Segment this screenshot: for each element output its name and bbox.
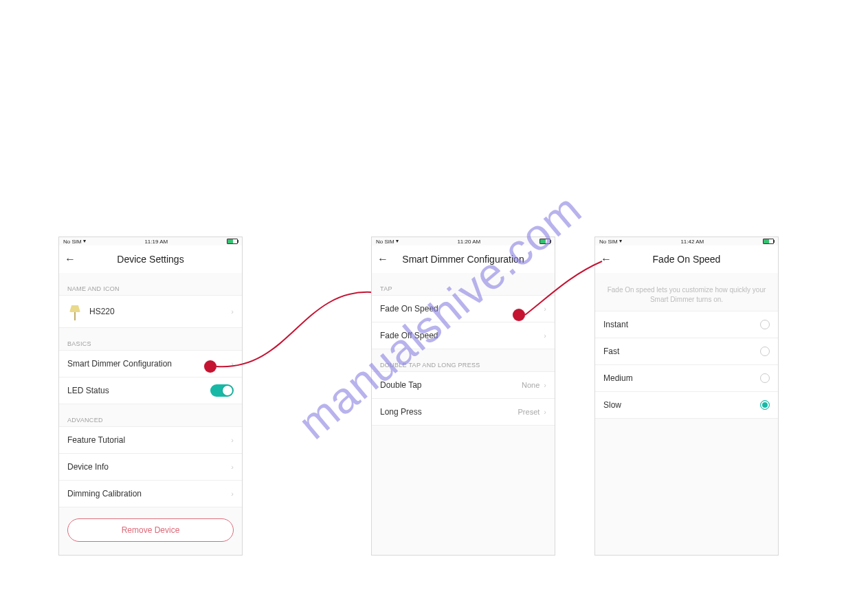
back-arrow-icon: ← [65, 253, 76, 265]
status-bar: No SIM ▾ 11:19 AM [59, 237, 242, 245]
back-button[interactable]: ← [601, 245, 612, 273]
section-header-advanced: ADVANCED [59, 404, 242, 426]
chevron-right-icon: › [544, 381, 546, 389]
fade-off-label: Fade Off Speed [380, 331, 438, 340]
phone-screen-fade-on-speed: No SIM ▾ 11:42 AM ← Fade On Speed Fade O… [594, 237, 779, 556]
fade-on-speed-row[interactable]: Fade On Speed › [372, 296, 555, 322]
option-fast-label: Fast [603, 347, 619, 356]
section-header-name-icon: NAME AND ICON [59, 273, 242, 295]
section-header-basics: BASICS [59, 328, 242, 350]
option-medium-label: Medium [603, 373, 633, 383]
feature-tutorial-label: Feature Tutorial [67, 435, 125, 445]
status-bar: No SIM ▾ 11:42 AM [595, 237, 778, 245]
double-tap-label: Double Tap [380, 380, 422, 390]
radio-selected-icon [760, 400, 770, 410]
battery-icon [539, 239, 550, 244]
long-press-label: Long Press [380, 407, 422, 417]
radio-unselected-icon [760, 320, 770, 329]
option-instant-label: Instant [603, 320, 628, 329]
battery-icon [763, 239, 774, 244]
remove-device-button[interactable]: Remove Device [67, 518, 234, 542]
nav-bar: ← Fade On Speed [595, 245, 778, 273]
page-title: Device Settings [59, 254, 242, 265]
chevron-right-icon: › [544, 305, 546, 313]
phone-screen-dimmer-config: No SIM ▾ 11:20 AM ← Smart Dimmer Configu… [371, 237, 555, 556]
section-header-tap: TAP [372, 273, 555, 295]
chevron-right-icon: › [544, 331, 546, 340]
battery-icon [227, 239, 238, 244]
back-arrow-icon: ← [377, 253, 388, 265]
device-info-label: Device Info [67, 462, 109, 472]
long-press-value: Preset [518, 408, 540, 416]
back-button[interactable]: ← [377, 245, 388, 273]
led-status-label: LED Status [67, 386, 109, 395]
dimming-calibration-label: Dimming Calibration [67, 489, 142, 498]
highlight-marker-2 [513, 309, 525, 321]
device-name-label: HS220 [89, 307, 115, 316]
clock-text: 11:19 AM [144, 239, 168, 245]
back-arrow-icon: ← [601, 253, 612, 265]
wifi-icon: ▾ [83, 239, 86, 244]
dimming-calibration-row[interactable]: Dimming Calibration › [59, 481, 242, 507]
carrier-text: No SIM [599, 239, 618, 245]
section-header-double-long: DOUBLE TAP AND LONG PRESS [372, 349, 555, 371]
fade-off-speed-row[interactable]: Fade Off Speed › [372, 322, 555, 349]
nav-bar: ← Smart Dimmer Configuration [372, 245, 555, 273]
lamp-icon [67, 301, 82, 322]
double-tap-value: None [522, 381, 539, 389]
highlight-marker-1 [204, 360, 216, 373]
clock-text: 11:20 AM [457, 239, 480, 245]
phone-screen-device-settings: No SIM ▾ 11:19 AM ← Device Settings NAME… [58, 237, 243, 556]
led-status-row: LED Status [59, 377, 242, 404]
chevron-right-icon: › [544, 408, 546, 416]
chevron-right-icon: › [231, 360, 234, 368]
option-medium-row[interactable]: Medium [595, 365, 778, 392]
carrier-text: No SIM [63, 239, 82, 245]
device-info-row[interactable]: Device Info › [59, 454, 242, 481]
carrier-text: No SIM [376, 239, 394, 245]
option-fast-row[interactable]: Fast [595, 338, 778, 365]
led-status-toggle[interactable] [210, 384, 234, 397]
option-instant-row[interactable]: Instant [595, 311, 778, 338]
chevron-right-icon: › [231, 307, 234, 316]
fade-on-label: Fade On Speed [380, 304, 438, 314]
back-button[interactable]: ← [65, 245, 76, 273]
device-name-row[interactable]: HS220 › [59, 296, 242, 328]
chevron-right-icon: › [231, 463, 234, 471]
smart-dimmer-label: Smart Dimmer Configuration [67, 359, 172, 369]
page-title: Smart Dimmer Configuration [372, 254, 555, 265]
feature-tutorial-row[interactable]: Feature Tutorial › [59, 427, 242, 454]
clock-text: 11:42 AM [680, 239, 704, 245]
radio-unselected-icon [760, 373, 770, 383]
chevron-right-icon: › [231, 490, 234, 498]
radio-unselected-icon [760, 347, 770, 356]
option-slow-row[interactable]: Slow [595, 392, 778, 419]
remove-device-label: Remove Device [122, 525, 180, 535]
option-slow-label: Slow [603, 400, 621, 410]
page-title: Fade On Speed [595, 254, 778, 265]
fade-on-description: Fade On speed lets you customize how qui… [595, 273, 778, 311]
chevron-right-icon: › [231, 436, 234, 444]
wifi-icon: ▾ [619, 239, 622, 244]
long-press-row[interactable]: Long Press Preset › [372, 399, 555, 426]
wifi-icon: ▾ [396, 239, 399, 244]
double-tap-row[interactable]: Double Tap None › [372, 372, 555, 399]
nav-bar: ← Device Settings [59, 245, 242, 273]
status-bar: No SIM ▾ 11:20 AM [372, 237, 555, 245]
